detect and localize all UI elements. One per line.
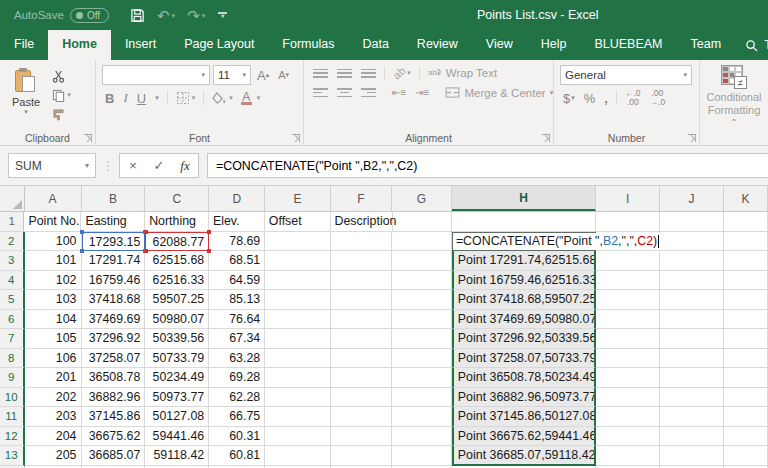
- column-header-f[interactable]: F: [331, 186, 392, 211]
- font-size-combobox[interactable]: 11▾: [213, 65, 251, 85]
- cell-A11[interactable]: 203: [25, 407, 82, 427]
- tab-file[interactable]: File: [0, 30, 48, 60]
- cell-H13[interactable]: Point 36685.07,59118.42: [452, 446, 596, 466]
- currency-button[interactable]: $▾: [560, 91, 578, 106]
- cell-A1[interactable]: Point No.: [24, 212, 81, 232]
- cell-K10[interactable]: [724, 388, 768, 408]
- cell-I3[interactable]: [596, 251, 660, 271]
- cell-K7[interactable]: [724, 329, 768, 349]
- cell-J11[interactable]: [660, 407, 724, 427]
- cell-J7[interactable]: [660, 329, 724, 349]
- cell-J3[interactable]: [660, 251, 724, 271]
- font-color-dropdown-icon[interactable]: ▾: [257, 94, 261, 102]
- font-name-combobox[interactable]: ▾: [102, 65, 210, 85]
- select-all-corner[interactable]: [0, 186, 25, 211]
- cell-C9[interactable]: 50234.49: [145, 368, 209, 388]
- row-header-1[interactable]: 1: [0, 212, 24, 232]
- cell-I10[interactable]: [596, 388, 660, 408]
- underline-button[interactable]: U: [134, 91, 149, 106]
- cell-F13[interactable]: [331, 446, 392, 466]
- cell-F5[interactable]: [331, 290, 392, 310]
- cut-button[interactable]: [50, 68, 73, 84]
- cell-D7[interactable]: 67.34: [209, 329, 265, 349]
- column-header-a[interactable]: A: [25, 186, 82, 211]
- cell-A9[interactable]: 201: [25, 368, 82, 388]
- cell-B3[interactable]: 17291.74: [82, 251, 146, 271]
- font-color-button[interactable]: A: [239, 92, 254, 105]
- cell-E5[interactable]: [265, 290, 331, 310]
- cell-D5[interactable]: 85.13: [209, 290, 265, 310]
- autosave-toggle[interactable]: Off: [70, 8, 109, 23]
- cell-I1[interactable]: [596, 212, 660, 232]
- cell-A7[interactable]: 105: [25, 329, 82, 349]
- cell-H5[interactable]: Point 37418.68,59507.25: [452, 290, 596, 310]
- cell-G10[interactable]: [392, 388, 452, 408]
- cell-A6[interactable]: 104: [25, 310, 82, 330]
- cell-E6[interactable]: [265, 310, 331, 330]
- cell-J2[interactable]: [660, 232, 724, 252]
- cell-H2[interactable]: =CONCATENATE("Point ",B2,",",C2): [452, 232, 596, 252]
- cell-G5[interactable]: [392, 290, 452, 310]
- insert-function-button[interactable]: fx: [172, 158, 198, 174]
- align-top-button[interactable]: [310, 66, 331, 81]
- cell-B11[interactable]: 37145.86: [82, 407, 146, 427]
- column-header-j[interactable]: J: [660, 186, 724, 211]
- cell-C4[interactable]: 62516.33: [145, 271, 209, 291]
- cell-H9[interactable]: Point 36508.78,50234.49: [452, 368, 596, 388]
- undo-button[interactable]: ↶▾: [152, 6, 180, 25]
- cell-K11[interactable]: [724, 407, 768, 427]
- cell-C11[interactable]: 50127.08: [145, 407, 209, 427]
- cell-E8[interactable]: [265, 349, 331, 369]
- cell-B1[interactable]: Easting: [81, 212, 145, 232]
- cell-D10[interactable]: 62.28: [209, 388, 265, 408]
- cell-H1[interactable]: [452, 212, 596, 232]
- tab-view[interactable]: View: [472, 30, 527, 60]
- cell-C13[interactable]: 59118.42: [145, 446, 209, 466]
- tell-me-search[interactable]: Tell me wh: [739, 30, 768, 60]
- cell-E10[interactable]: [265, 388, 331, 408]
- cell-A8[interactable]: 106: [25, 349, 82, 369]
- cell-F4[interactable]: [331, 271, 392, 291]
- reference-handle-icon[interactable]: [80, 230, 84, 234]
- cell-B13[interactable]: 36685.07: [82, 446, 146, 466]
- column-header-d[interactable]: D: [209, 186, 265, 211]
- number-format-combobox[interactable]: General▾: [560, 65, 692, 85]
- cell-H10[interactable]: Point 36882.96,50973.77: [452, 388, 596, 408]
- decrease-font-size-button[interactable]: A▾: [275, 69, 292, 81]
- formula-input[interactable]: =CONCATENATE("Point ",B2,",",C2): [207, 153, 768, 178]
- cell-B5[interactable]: 37418.68: [82, 290, 146, 310]
- cell-E1[interactable]: Offset: [265, 212, 331, 232]
- row-header-2[interactable]: 2: [0, 232, 25, 252]
- reference-handle-icon[interactable]: [80, 249, 84, 253]
- tab-review[interactable]: Review: [403, 30, 472, 60]
- cell-J5[interactable]: [660, 290, 724, 310]
- cell-D11[interactable]: 66.75: [209, 407, 265, 427]
- cell-B4[interactable]: 16759.46: [82, 271, 146, 291]
- cell-F3[interactable]: [331, 251, 392, 271]
- copy-button[interactable]: ▾: [50, 87, 73, 103]
- cell-I12[interactable]: [596, 427, 660, 447]
- enter-button[interactable]: ✓: [146, 158, 172, 173]
- cell-F6[interactable]: [331, 310, 392, 330]
- cell-G2[interactable]: [392, 232, 452, 252]
- cell-G6[interactable]: [392, 310, 452, 330]
- cell-H3[interactable]: Point 17291.74,62515.68: [452, 251, 596, 271]
- tab-bluebeam[interactable]: BLUEBEAM: [580, 30, 676, 60]
- row-header-5[interactable]: 5: [0, 290, 25, 310]
- wrap-text-button[interactable]: abWrap Text: [425, 67, 500, 79]
- cell-J8[interactable]: [660, 349, 724, 369]
- cell-B6[interactable]: 37469.69: [82, 310, 146, 330]
- orientation-button[interactable]: ab▾: [390, 65, 414, 81]
- cell-J1[interactable]: [660, 212, 724, 232]
- row-header-7[interactable]: 7: [0, 329, 25, 349]
- tab-data[interactable]: Data: [348, 30, 402, 60]
- cell-A13[interactable]: 205: [25, 446, 82, 466]
- reference-handle-icon[interactable]: [207, 230, 211, 234]
- cell-C12[interactable]: 59441.46: [145, 427, 209, 447]
- conditional-formatting-button[interactable]: ≠ Conditional Formatting ˜: [706, 65, 762, 129]
- cell-H6[interactable]: Point 37469.69,50980.07: [452, 310, 596, 330]
- cell-A4[interactable]: 102: [25, 271, 82, 291]
- align-center-button[interactable]: [334, 85, 355, 100]
- decrease-indent-button[interactable]: ⇤≡: [389, 85, 409, 100]
- cell-F8[interactable]: [331, 349, 392, 369]
